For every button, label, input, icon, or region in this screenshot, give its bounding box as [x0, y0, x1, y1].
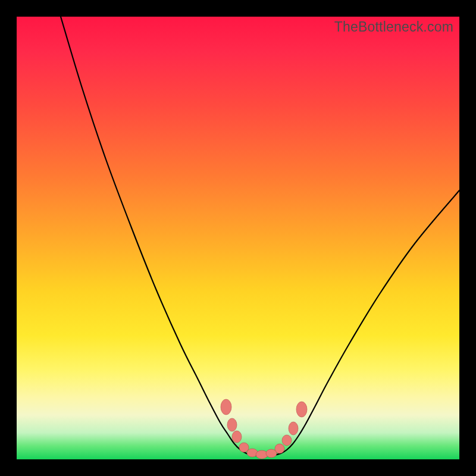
bead-7 [275, 444, 284, 453]
bead-5 [256, 450, 268, 459]
curve-right-branch [259, 190, 459, 456]
curve-left-branch [61, 17, 259, 456]
bead-8 [282, 435, 292, 446]
bead-group [221, 399, 307, 459]
bead-6 [266, 449, 277, 458]
bead-0 [221, 399, 231, 415]
bottleneck-curve [17, 17, 459, 459]
plot-area: TheBottleneck.com [17, 17, 459, 459]
bead-3 [239, 443, 249, 452]
bead-10 [296, 402, 307, 417]
bead-1 [227, 418, 237, 431]
outer-frame: TheBottleneck.com [0, 0, 476, 476]
bead-9 [289, 422, 298, 435]
bead-2 [232, 431, 242, 443]
